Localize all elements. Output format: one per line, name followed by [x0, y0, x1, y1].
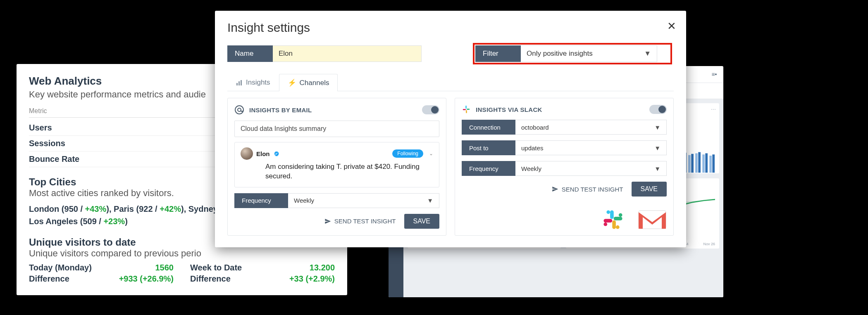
modal-title: Insight settings: [227, 21, 674, 35]
filter-field: Filter Only positive insights▼: [475, 45, 670, 62]
svg-point-55: [616, 225, 620, 229]
slack-send-test-link[interactable]: SEND TEST INSIGHT: [552, 186, 623, 193]
svg-rect-28: [702, 154, 705, 173]
name-field: Name Elon: [227, 45, 422, 62]
svg-point-54: [619, 213, 622, 217]
svg-rect-50: [614, 217, 622, 220]
svg-rect-38: [705, 153, 708, 173]
svg-rect-40: [236, 83, 238, 85]
email-frequency-select[interactable]: Weekly▼: [288, 193, 439, 208]
slack-frequency-label: Frequency: [462, 161, 515, 176]
uv-week-row: Week to Date13.200: [190, 263, 335, 272]
tab-insights[interactable]: Insights: [227, 73, 279, 91]
svg-rect-46: [467, 109, 470, 110]
channel-logos: [602, 209, 667, 230]
gmail-logo-icon: [638, 209, 667, 230]
email-toggle[interactable]: [422, 105, 439, 114]
menu-icon[interactable]: ≡•: [709, 69, 719, 79]
slack-post-to-label: Post to: [462, 140, 515, 155]
slack-frequency-select[interactable]: Weekly▼: [515, 161, 667, 176]
slack-connection-select[interactable]: octoboard▼: [515, 120, 667, 135]
svg-rect-26: [688, 155, 691, 173]
svg-rect-39: [712, 154, 715, 173]
svg-rect-41: [238, 81, 240, 85]
svg-rect-49: [610, 210, 614, 219]
svg-rect-36: [691, 154, 694, 173]
panel-insights-by-email: INSIGHTS BY EMAIL Cloud data Insights su…: [227, 98, 446, 236]
email-send-test-link[interactable]: SEND TEST INSIGHT: [324, 218, 396, 225]
slack-icon: [462, 105, 471, 114]
svg-rect-27: [695, 153, 698, 173]
uv-week-diff-row: Difference+33 (+2.9%): [190, 274, 335, 284]
slack-connection-label: Connection: [462, 120, 515, 135]
svg-rect-45: [465, 106, 467, 109]
svg-point-44: [238, 108, 241, 111]
caret-down-icon: ▼: [644, 50, 651, 58]
svg-point-56: [603, 223, 607, 226]
uv-today-diff-row: Difference+933 (+26.9%): [29, 274, 174, 284]
email-frequency-label: Frequency: [234, 193, 288, 208]
svg-rect-37: [698, 152, 701, 173]
email-summary-input[interactable]: Cloud data Insights summary: [234, 121, 439, 137]
svg-rect-48: [463, 109, 466, 110]
svg-rect-47: [466, 110, 467, 113]
lightning-icon: ⚡: [288, 78, 296, 87]
svg-rect-42: [241, 80, 242, 85]
slack-toggle[interactable]: [649, 105, 667, 114]
gear-icon[interactable]: ⋯: [711, 107, 716, 112]
name-input[interactable]: Elon: [273, 45, 422, 62]
at-icon: [234, 105, 244, 115]
slack-post-to-select[interactable]: updates▼: [515, 140, 667, 155]
send-icon: [324, 218, 331, 225]
filter-label: Filter: [475, 45, 521, 62]
email-save-button[interactable]: SAVE: [404, 214, 440, 229]
chevron-down-icon[interactable]: ⌄: [429, 151, 433, 156]
insight-settings-modal: Insight settings ✕ Name Elon Filter Only…: [215, 11, 686, 247]
svg-point-53: [606, 210, 610, 214]
slack-save-button[interactable]: SAVE: [632, 182, 667, 197]
uv-today-row: Today (Monday)1560: [29, 263, 174, 272]
panel-insights-via-slack: INSIGHTS VIA SLACK Connection octoboard▼…: [455, 98, 674, 236]
following-badge[interactable]: Following: [392, 149, 423, 158]
avatar: [241, 147, 253, 160]
svg-rect-51: [612, 220, 616, 229]
svg-rect-52: [603, 219, 612, 223]
slack-logo-icon: [602, 209, 631, 230]
verified-icon: [273, 151, 279, 157]
bars-icon: [236, 80, 243, 85]
svg-rect-29: [709, 156, 712, 173]
close-icon[interactable]: ✕: [667, 20, 676, 33]
name-label: Name: [227, 45, 273, 62]
tweet-preview: Elon Following ⌄ Am considering taking T…: [234, 142, 439, 187]
unique-visitors-subtitle: Unique visitors compared to previous per…: [29, 248, 335, 259]
filter-select[interactable]: Only positive insights▼: [521, 45, 657, 62]
send-icon: [552, 186, 558, 192]
svg-point-43: [235, 106, 243, 114]
tab-channels[interactable]: ⚡ Channels: [279, 74, 338, 91]
